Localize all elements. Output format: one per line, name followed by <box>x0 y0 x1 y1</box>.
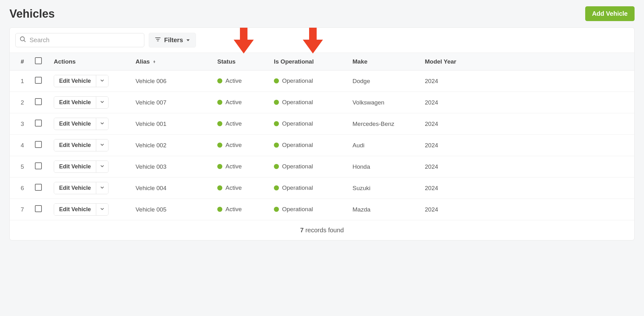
table-row: 2 Edit Vehicle Vehicle 007 Active <box>10 92 634 113</box>
edit-dropdown-button[interactable] <box>96 139 108 151</box>
select-all-checkbox[interactable] <box>35 57 42 64</box>
chevron-down-icon <box>100 121 104 127</box>
column-header-index[interactable]: # <box>10 53 32 71</box>
status-dot-icon <box>217 207 222 212</box>
row-status-cell: Active <box>214 92 271 113</box>
row-status: Active <box>225 77 242 84</box>
row-operational: Operational <box>282 120 313 127</box>
edit-dropdown-button[interactable] <box>96 161 108 172</box>
edit-dropdown-button[interactable] <box>96 97 108 108</box>
row-make: Volkswagen <box>349 92 422 113</box>
status-dot-icon <box>217 185 222 190</box>
record-count-label: records found <box>305 227 344 234</box>
row-alias: Vehicle 005 <box>132 199 214 220</box>
row-model-year: 2024 <box>422 178 634 199</box>
sort-icon: ▲▼ <box>153 60 156 63</box>
page-title: Vehicles <box>9 7 55 20</box>
row-status-cell: Active <box>214 178 271 199</box>
row-model-year: 2024 <box>422 113 634 135</box>
row-checkbox[interactable] <box>35 120 42 127</box>
row-model-year: 2024 <box>422 135 634 156</box>
column-header-alias[interactable]: Alias ▲▼ <box>132 53 214 71</box>
edit-vehicle-button[interactable]: Edit Vehicle <box>54 161 96 172</box>
row-make: Honda <box>349 156 422 178</box>
status-dot-icon <box>274 185 279 190</box>
row-operational: Operational <box>282 184 313 191</box>
row-operational-cell: Operational <box>271 92 349 113</box>
row-status-cell: Active <box>214 135 271 156</box>
row-status: Active <box>225 99 242 106</box>
column-header-is-operational[interactable]: Is Operational <box>271 53 349 71</box>
add-vehicle-button[interactable]: Add Vehicle <box>585 6 635 21</box>
row-make: Suzuki <box>349 178 422 199</box>
row-operational-cell: Operational <box>271 156 349 178</box>
vehicles-panel: Filters # Actions Alias ▲▼ <box>9 27 635 240</box>
row-index: 3 <box>10 113 32 135</box>
row-status: Active <box>225 184 242 191</box>
row-model-year: 2024 <box>422 92 634 113</box>
row-checkbox[interactable] <box>35 98 42 105</box>
column-header-make[interactable]: Make <box>349 53 422 71</box>
annotation-arrow-operational <box>303 27 323 54</box>
row-alias: Vehicle 007 <box>132 92 214 113</box>
row-select-cell <box>32 135 51 156</box>
status-dot-icon <box>274 121 279 126</box>
row-make: Mazda <box>349 199 422 220</box>
row-checkbox[interactable] <box>35 141 42 148</box>
edit-dropdown-button[interactable] <box>96 204 108 215</box>
column-header-status[interactable]: Status <box>214 53 271 71</box>
row-operational: Operational <box>282 142 313 149</box>
status-dot-icon <box>274 164 279 169</box>
caret-down-icon <box>186 37 190 44</box>
edit-vehicle-button[interactable]: Edit Vehicle <box>54 118 96 130</box>
edit-vehicle-button[interactable]: Edit Vehicle <box>54 75 96 87</box>
row-checkbox[interactable] <box>35 205 42 212</box>
row-operational-cell: Operational <box>271 178 349 199</box>
row-alias: Vehicle 001 <box>132 113 214 135</box>
row-checkbox[interactable] <box>35 162 42 169</box>
edit-button-group: Edit Vehicle <box>54 139 108 151</box>
row-operational-cell: Operational <box>271 135 349 156</box>
row-operational: Operational <box>282 99 313 106</box>
chevron-down-icon <box>100 78 104 84</box>
row-index: 6 <box>10 178 32 199</box>
row-model-year: 2024 <box>422 156 634 178</box>
table-row: 4 Edit Vehicle Vehicle 002 Active <box>10 135 634 156</box>
filters-button[interactable]: Filters <box>149 33 196 48</box>
row-index: 7 <box>10 199 32 220</box>
row-checkbox[interactable] <box>35 77 42 84</box>
edit-vehicle-button[interactable]: Edit Vehicle <box>54 182 96 194</box>
row-status-cell: Active <box>214 199 271 220</box>
search-icon <box>19 36 26 44</box>
row-checkbox[interactable] <box>35 184 42 191</box>
record-count: 7 <box>300 227 304 234</box>
table-row: 6 Edit Vehicle Vehicle 004 Active <box>10 178 634 199</box>
edit-vehicle-button[interactable]: Edit Vehicle <box>54 97 96 108</box>
edit-button-group: Edit Vehicle <box>54 161 108 173</box>
edit-button-group: Edit Vehicle <box>54 182 108 194</box>
row-operational-cell: Operational <box>271 113 349 135</box>
row-select-cell <box>32 178 51 199</box>
search-box[interactable] <box>15 33 144 47</box>
edit-dropdown-button[interactable] <box>96 182 108 194</box>
edit-vehicle-button[interactable]: Edit Vehicle <box>54 139 96 151</box>
search-input[interactable] <box>30 37 140 44</box>
row-status: Active <box>225 120 242 127</box>
row-make: Dodge <box>349 71 422 92</box>
row-status: Active <box>225 142 242 149</box>
edit-button-group: Edit Vehicle <box>54 203 108 216</box>
edit-vehicle-button[interactable]: Edit Vehicle <box>54 204 96 215</box>
row-status-cell: Active <box>214 113 271 135</box>
edit-dropdown-button[interactable] <box>96 75 108 87</box>
column-header-model-year[interactable]: Model Year <box>422 53 634 71</box>
filter-icon <box>155 36 161 44</box>
row-actions-cell: Edit Vehicle <box>51 92 132 113</box>
row-alias: Vehicle 006 <box>132 71 214 92</box>
row-select-cell <box>32 113 51 135</box>
edit-dropdown-button[interactable] <box>96 118 108 130</box>
row-model-year: 2024 <box>422 71 634 92</box>
row-status-cell: Active <box>214 71 271 92</box>
row-select-cell <box>32 156 51 178</box>
svg-line-1 <box>24 40 25 42</box>
filters-label: Filters <box>164 37 183 44</box>
